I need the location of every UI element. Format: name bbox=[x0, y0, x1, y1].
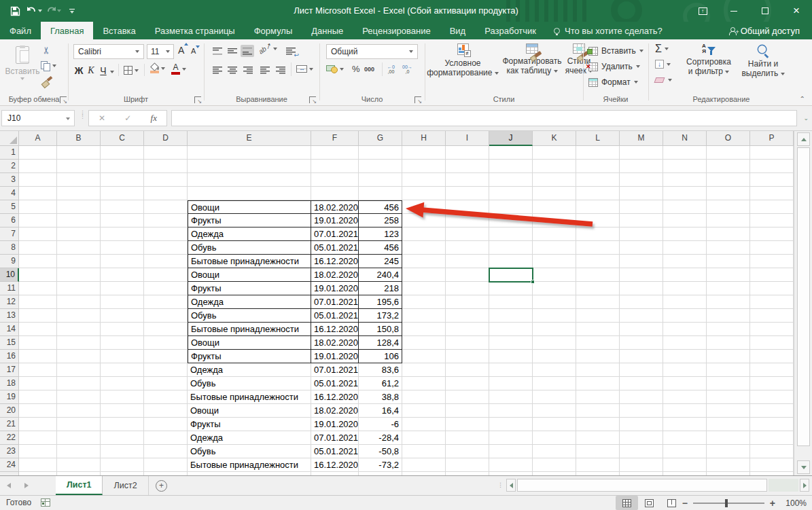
cell-M17[interactable] bbox=[620, 363, 663, 377]
cell-B1[interactable] bbox=[57, 146, 101, 160]
cell-F24[interactable]: 16.12.2020 bbox=[311, 458, 359, 472]
cell-E14[interactable]: Бытовые принадлежности bbox=[188, 323, 311, 336]
cell-F6[interactable]: 19.01.2020 bbox=[311, 214, 359, 227]
cell-G15[interactable]: 128,4 bbox=[359, 336, 402, 350]
cell-E10[interactable]: Овощи bbox=[188, 268, 311, 282]
cell-J14[interactable] bbox=[489, 323, 533, 336]
cell-D5[interactable] bbox=[144, 200, 188, 214]
cell-N5[interactable] bbox=[663, 200, 707, 214]
wrap-text-button[interactable]: ↩ bbox=[284, 45, 298, 57]
cell-M15[interactable] bbox=[620, 336, 663, 350]
cell-K7[interactable] bbox=[533, 227, 576, 241]
format-as-table-button[interactable]: Форматировать как таблицу bbox=[501, 41, 563, 75]
cell-B16[interactable] bbox=[57, 350, 101, 363]
cell-M24[interactable] bbox=[620, 458, 663, 472]
cell-J2[interactable] bbox=[489, 160, 533, 173]
cell-E9[interactable]: Бытовые принадлежности bbox=[188, 255, 311, 268]
cell-H16[interactable] bbox=[402, 350, 446, 363]
row-header-15[interactable]: 15 bbox=[0, 336, 19, 350]
cell-M23[interactable] bbox=[620, 445, 663, 458]
cell-H15[interactable] bbox=[402, 336, 446, 350]
cell-J3[interactable] bbox=[489, 173, 533, 187]
cell-N16[interactable] bbox=[663, 350, 707, 363]
cell-E22[interactable]: Одежда bbox=[188, 431, 311, 445]
cell-H3[interactable] bbox=[402, 173, 446, 187]
cell-E7[interactable]: Одежда bbox=[188, 227, 311, 241]
column-header-N[interactable]: N bbox=[663, 131, 707, 146]
cell-D22[interactable] bbox=[144, 431, 188, 445]
cell-B21[interactable] bbox=[57, 418, 101, 431]
cell-J6[interactable] bbox=[489, 214, 533, 227]
vertical-scrollbar[interactable] bbox=[794, 131, 812, 475]
cell-B14[interactable] bbox=[57, 323, 101, 336]
cell-M13[interactable] bbox=[620, 309, 663, 323]
cell-I20[interactable] bbox=[446, 404, 489, 418]
cell-I19[interactable] bbox=[446, 390, 489, 404]
cell-O7[interactable] bbox=[707, 227, 750, 241]
expand-formula-bar-icon[interactable]: ⌄ bbox=[803, 115, 809, 122]
cell-N11[interactable] bbox=[663, 282, 707, 295]
cell-O14[interactable] bbox=[707, 323, 750, 336]
cell-B6[interactable] bbox=[57, 214, 101, 227]
cell-L18[interactable] bbox=[576, 377, 620, 390]
cell-C10[interactable] bbox=[101, 268, 144, 282]
cell-D13[interactable] bbox=[144, 309, 188, 323]
cell-G11[interactable]: 218 bbox=[359, 282, 402, 295]
cell-N15[interactable] bbox=[663, 336, 707, 350]
cut-button[interactable]: ✂ bbox=[42, 45, 50, 56]
cell-N20[interactable] bbox=[663, 404, 707, 418]
cell-H22[interactable] bbox=[402, 431, 446, 445]
clipboard-dialog-launcher-icon[interactable] bbox=[60, 96, 67, 103]
horizontal-scrollbar-track[interactable] bbox=[769, 479, 798, 492]
cell-F8[interactable]: 05.01.2021 bbox=[311, 241, 359, 255]
cell-H2[interactable] bbox=[402, 160, 446, 173]
cell-C5[interactable] bbox=[101, 200, 144, 214]
cell-D24[interactable] bbox=[144, 458, 188, 472]
cell-C13[interactable] bbox=[101, 309, 144, 323]
cell-B17[interactable] bbox=[57, 363, 101, 377]
cell-H6[interactable] bbox=[402, 214, 446, 227]
column-header-H[interactable]: H bbox=[402, 131, 446, 146]
minimize-icon[interactable] bbox=[718, 0, 749, 22]
increase-font-icon[interactable]: A bbox=[178, 45, 184, 56]
cell-E23[interactable]: Обувь bbox=[188, 445, 311, 458]
cell-E16[interactable]: Фрукты bbox=[188, 350, 311, 363]
column-header-G[interactable]: G bbox=[359, 131, 402, 146]
cell-L10[interactable] bbox=[576, 268, 620, 282]
row-header-8[interactable]: 8 bbox=[0, 241, 19, 255]
cell-O5[interactable] bbox=[707, 200, 750, 214]
cell-L6[interactable] bbox=[576, 214, 620, 227]
cell-B15[interactable] bbox=[57, 336, 101, 350]
clear-button[interactable] bbox=[655, 77, 672, 83]
cell-J8[interactable] bbox=[489, 241, 533, 255]
cell-H17[interactable] bbox=[402, 363, 446, 377]
align-top-button[interactable] bbox=[211, 45, 224, 57]
cell-A3[interactable] bbox=[19, 173, 57, 187]
number-dialog-launcher-icon[interactable] bbox=[414, 96, 421, 103]
cell-L12[interactable] bbox=[576, 295, 620, 309]
cell-M11[interactable] bbox=[620, 282, 663, 295]
sheet-tab-list2[interactable]: Лист2 bbox=[103, 476, 148, 495]
cell-H11[interactable] bbox=[402, 282, 446, 295]
cell-P23[interactable] bbox=[750, 445, 794, 458]
cell-N12[interactable] bbox=[663, 295, 707, 309]
cell-O18[interactable] bbox=[707, 377, 750, 390]
cell-L5[interactable] bbox=[576, 200, 620, 214]
cell-I1[interactable] bbox=[446, 146, 489, 160]
cell-J22[interactable] bbox=[489, 431, 533, 445]
cell-L3[interactable] bbox=[576, 173, 620, 187]
cell-I7[interactable] bbox=[446, 227, 489, 241]
cell-M3[interactable] bbox=[620, 173, 663, 187]
cell-G13[interactable]: 173,2 bbox=[359, 309, 402, 323]
cell-K14[interactable] bbox=[533, 323, 576, 336]
cell-D10[interactable] bbox=[144, 268, 188, 282]
cell-A17[interactable] bbox=[19, 363, 57, 377]
cell-O4[interactable] bbox=[707, 187, 750, 200]
cell-H10[interactable] bbox=[402, 268, 446, 282]
cell-O22[interactable] bbox=[707, 431, 750, 445]
cell-I3[interactable] bbox=[446, 173, 489, 187]
cell-K20[interactable] bbox=[533, 404, 576, 418]
cell-C20[interactable] bbox=[101, 404, 144, 418]
cell-G24[interactable]: -73,2 bbox=[359, 458, 402, 472]
sort-filter-button[interactable]: АЯ Сортировка и фильтр bbox=[681, 41, 737, 76]
